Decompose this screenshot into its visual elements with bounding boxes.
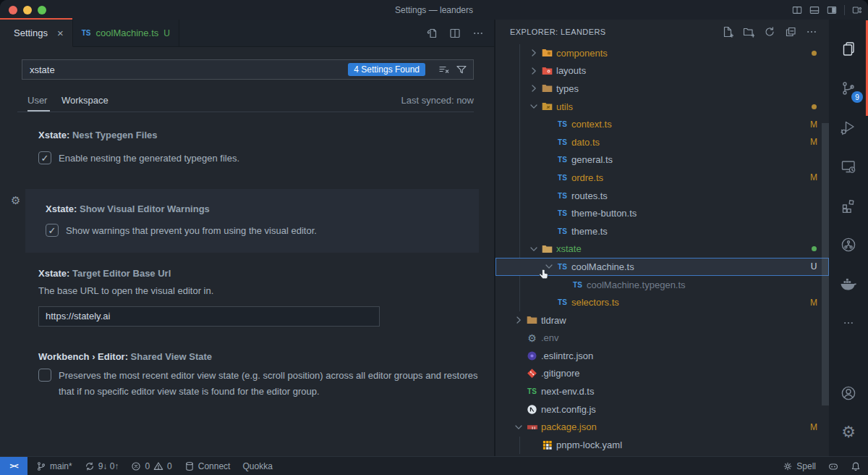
- tree-item-layouts[interactable]: layouts: [495, 62, 829, 80]
- layout-columns-icon[interactable]: [792, 5, 802, 15]
- chevron-down-icon[interactable]: [528, 101, 540, 112]
- folder-utils-icon: [541, 101, 553, 112]
- tree-item-context-ts[interactable]: TScontext.tsM: [495, 115, 829, 133]
- layout-control-icon[interactable]: [852, 5, 862, 15]
- tree-item-theme-button-ts[interactable]: TStheme-button.ts: [495, 204, 829, 222]
- tab-settings[interactable]: Settings ×: [0, 20, 73, 47]
- split-editor-icon[interactable]: [449, 28, 461, 39]
- error-icon: [131, 461, 141, 471]
- status-quokka[interactable]: Quokka: [242, 461, 272, 471]
- activity-docker[interactable]: [829, 264, 868, 303]
- tab-user-settings[interactable]: User: [27, 95, 47, 106]
- tree-item-selectors-ts[interactable]: TSselectors.tsM: [495, 293, 829, 311]
- activity-extensions[interactable]: [829, 186, 868, 225]
- status-sync-changes[interactable]: 9↓ 0↑: [85, 461, 119, 471]
- tab-label: Settings: [14, 28, 48, 38]
- activity-manage[interactable]: ⚙: [829, 413, 868, 452]
- chevron-down-icon[interactable]: [513, 421, 524, 433]
- ts-icon: TS: [556, 174, 569, 182]
- setting-name: Shared View State: [131, 351, 212, 362]
- more-icon[interactable]: [806, 26, 817, 38]
- clear-filters-icon[interactable]: [438, 64, 450, 75]
- setting-text-input[interactable]: https://stately.ai: [38, 306, 380, 327]
- ts-icon: TS: [556, 192, 569, 200]
- status-copilot[interactable]: [828, 461, 838, 471]
- more-icon[interactable]: [472, 28, 484, 39]
- status-label: Quokka: [242, 461, 272, 471]
- setting-category: Xstate:: [46, 203, 80, 214]
- status-notifications[interactable]: [851, 461, 861, 471]
- folder-plain-icon: [526, 314, 538, 326]
- status-connect[interactable]: Connect: [184, 461, 231, 471]
- tab-bar: Settings × TS coolMachine.ts U: [0, 20, 494, 47]
- settings-search-input[interactable]: xstate 4 Settings Found: [22, 59, 474, 80]
- filter-icon[interactable]: [456, 64, 467, 75]
- activity-bar: 9⚙: [829, 20, 868, 456]
- tree-item--gitignore[interactable]: .gitignore: [495, 365, 829, 383]
- tree-item-pnpm-lock-yaml[interactable]: pnpm-lock.yaml: [495, 436, 829, 454]
- close-tab-icon[interactable]: ×: [57, 27, 64, 39]
- file-label: coolMachine.ts: [571, 261, 634, 272]
- tree-item--eslintrc-json[interactable]: .eslintrc.json: [495, 347, 829, 365]
- tab-coolmachine[interactable]: TS coolMachine.ts U: [73, 20, 179, 46]
- status-git-branch[interactable]: main*: [36, 461, 72, 471]
- setting-checkbox[interactable]: ✓: [38, 151, 51, 164]
- activity-remote-explorer[interactable]: [829, 147, 868, 186]
- tree-item--env[interactable]: ⚙.env: [495, 329, 829, 348]
- activity-accounts[interactable]: [829, 374, 868, 413]
- chevron-right-icon[interactable]: [528, 47, 540, 59]
- tree-item-routes-ts[interactable]: TSroutes.ts: [495, 187, 829, 205]
- setting-gear-icon[interactable]: ⚙: [11, 194, 20, 207]
- results-count-badge: 4 Settings Found: [348, 63, 425, 76]
- new-folder-icon[interactable]: [743, 26, 754, 38]
- status-problems[interactable]: 00: [131, 461, 171, 471]
- tab-workspace-settings[interactable]: Workspace: [61, 95, 109, 106]
- new-file-icon[interactable]: [722, 26, 733, 38]
- setting-checkbox[interactable]: ✓: [46, 224, 59, 237]
- tree-item-next-env-d-ts[interactable]: TSnext-env.d.ts: [495, 382, 829, 400]
- remote-indicator[interactable]: ><: [0, 457, 27, 475]
- chevron-right-icon[interactable]: [513, 314, 524, 326]
- file-label: layouts: [556, 65, 586, 76]
- scrollbar-thumb[interactable]: [822, 123, 829, 405]
- tree-item-dato-ts[interactable]: TSdato.tsM: [495, 133, 829, 151]
- branch-icon: [36, 461, 46, 471]
- tree-item-general-ts[interactable]: TSgeneral.ts: [495, 151, 829, 169]
- activity-additional-views[interactable]: [829, 303, 868, 342]
- file-label: general.ts: [571, 154, 613, 165]
- tree-item-tldraw[interactable]: tldraw: [495, 311, 829, 329]
- chevron-right-icon[interactable]: [528, 65, 540, 77]
- file-label: .gitignore: [541, 368, 579, 379]
- activity-explorer[interactable]: [829, 30, 868, 69]
- file-label: routes.ts: [571, 190, 608, 201]
- status-bar-right: Spell: [770, 461, 861, 471]
- layout-sidebar-icon[interactable]: [827, 5, 837, 15]
- activity-git-fork-view[interactable]: [829, 225, 868, 264]
- status-spell-checker[interactable]: Spell: [783, 461, 816, 471]
- tree-item-next-config-js[interactable]: next.config.js: [495, 400, 829, 419]
- chevron-right-icon[interactable]: [528, 83, 540, 94]
- next-icon: [526, 404, 538, 415]
- setting-checkbox[interactable]: [38, 369, 51, 382]
- tree-item-ordre-ts[interactable]: TSordre.tsM: [495, 169, 829, 187]
- tree-item-types[interactable]: types: [495, 80, 829, 98]
- tree-item-theme-ts[interactable]: TStheme.ts: [495, 222, 829, 240]
- activity-run-and-debug[interactable]: [829, 108, 868, 147]
- tree-item-components[interactable]: components: [495, 44, 829, 62]
- ts-icon: TS: [571, 281, 584, 289]
- chevron-down-icon[interactable]: [528, 243, 540, 255]
- explorer-actions: [722, 26, 817, 38]
- activity-source-control[interactable]: 9: [829, 69, 868, 108]
- layout-panel-icon[interactable]: [809, 5, 820, 15]
- collapse-all-icon[interactable]: [785, 26, 796, 38]
- tree-item-xstate[interactable]: xstate: [495, 240, 829, 258]
- file-label: ordre.ts: [571, 172, 603, 183]
- tree-item-package-json[interactable]: package.jsonM: [495, 418, 829, 436]
- status-bar: ><main*9↓ 0↑00ConnectQuokkaSpell: [0, 456, 868, 475]
- git-icon: [526, 368, 538, 379]
- status-label: 0: [145, 461, 150, 471]
- open-settings-json-icon[interactable]: [426, 28, 438, 39]
- refresh-icon[interactable]: [764, 26, 775, 38]
- status-label: Connect: [198, 461, 231, 471]
- tree-item-utils[interactable]: utils: [495, 98, 829, 116]
